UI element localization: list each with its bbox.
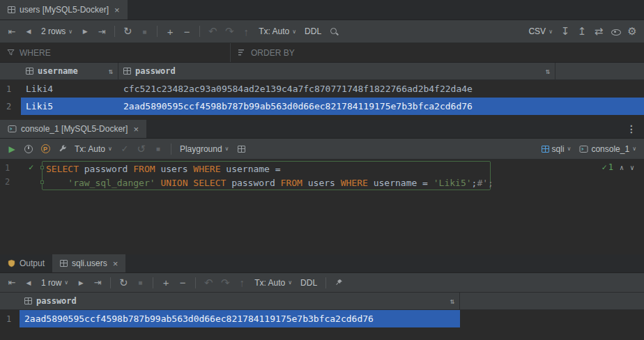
search-icon[interactable] xyxy=(326,24,342,39)
statement-handle[interactable] xyxy=(40,166,44,169)
executed-check-icon: ✓ xyxy=(29,162,33,172)
delete-row-icon[interactable]: − xyxy=(175,275,190,291)
divider xyxy=(114,26,115,37)
refresh-icon[interactable]: ↻ xyxy=(120,24,135,39)
page-size-dropdown[interactable]: 1 row ∨ xyxy=(38,275,72,291)
delete-row-icon[interactable]: − xyxy=(179,24,194,39)
row-cells-selected: Liki5 2aad5890595ccf4598b787b99ab563d0d6… xyxy=(21,98,644,115)
column-header-password[interactable]: password ⇅ xyxy=(118,63,555,79)
previous-result-icon[interactable]: ∧ xyxy=(620,164,624,171)
sort-icon[interactable]: ⇅ xyxy=(450,297,454,306)
tab-label: console_1 [MySQL5-Docker] xyxy=(21,124,128,134)
page-size-dropdown[interactable]: 2 rows ∨ xyxy=(38,24,76,39)
row-number: 1 xyxy=(0,314,20,324)
add-row-icon[interactable]: + xyxy=(158,275,174,291)
success-check-icon: ✓ xyxy=(601,162,606,172)
previous-page-icon[interactable]: ◀ xyxy=(21,275,36,291)
close-icon[interactable]: × xyxy=(113,258,118,269)
last-page-icon[interactable]: ⇥ xyxy=(94,24,109,39)
where-filter-input[interactable]: WHERE xyxy=(0,43,230,62)
tx-mode-dropdown[interactable]: Tx: Auto ∨ xyxy=(71,141,116,157)
previous-page-icon[interactable]: ◀ xyxy=(21,24,36,39)
tx-mode-dropdown[interactable]: Tx: Auto ∨ xyxy=(251,275,296,291)
next-result-icon[interactable]: ∨ xyxy=(630,164,634,171)
tab-users-table[interactable]: users [MySQL5-Docker] × xyxy=(0,0,128,20)
tab-label: users [MySQL5-Docker] xyxy=(20,5,109,15)
console-tab-bar: console_1 [MySQL5-Docker] × ⋮ xyxy=(0,120,644,139)
redo-icon: ↷ xyxy=(222,24,237,39)
refresh-icon[interactable]: ↻ xyxy=(116,275,131,291)
sql-token: username = xyxy=(368,178,434,188)
filter-bar: WHERE ORDER BY xyxy=(0,43,644,63)
next-page-icon[interactable]: ▶ xyxy=(77,24,93,39)
next-page-icon[interactable]: ▶ xyxy=(73,275,89,291)
column-header-password[interactable]: password ⇅ xyxy=(20,293,460,309)
cell-password[interactable]: cfc521c23482ac93a09584ad2e139c4a7fc87077… xyxy=(118,84,644,94)
close-icon[interactable]: × xyxy=(133,124,139,134)
schema-table-icon xyxy=(542,146,549,153)
tab-sqli-users-result[interactable]: sqli.users × xyxy=(52,254,125,272)
settings-gear-icon[interactable]: ⚙ xyxy=(624,24,640,39)
redo-icon: ↷ xyxy=(217,275,233,291)
last-page-icon[interactable]: ⇥ xyxy=(90,275,105,291)
rollback-icon: ↺ xyxy=(134,141,149,157)
session-dropdown[interactable]: console_1 ∨ xyxy=(576,141,640,157)
cell-password[interactable]: 2aad5890595ccf4598b787b99ab563d0d66ec821… xyxy=(20,314,460,324)
ddl-button[interactable]: DDL xyxy=(301,24,325,39)
column-header-username[interactable]: username ⇅ xyxy=(21,63,118,79)
cell-password[interactable]: 2aad5890595ccf4598b787b99ab563d0d66ec821… xyxy=(118,101,644,111)
add-row-icon[interactable]: + xyxy=(162,24,178,39)
revert-icon: ↶ xyxy=(201,275,216,291)
table-row[interactable]: 2 Liki5 2aad5890595ccf4598b787b99ab563d0… xyxy=(0,98,644,115)
view-as-table-icon[interactable] xyxy=(233,141,249,157)
table-row[interactable]: 1 Liki4 cfc521c23482ac93a09584ad2e139c4a… xyxy=(0,80,644,98)
line-number: 2 xyxy=(5,177,20,187)
cell-username[interactable]: Liki5 xyxy=(21,101,118,111)
tab-output[interactable]: Output xyxy=(0,254,52,272)
sort-icon[interactable]: ⇅ xyxy=(108,67,113,76)
first-page-icon[interactable]: ⇤ xyxy=(4,275,20,291)
ddl-button[interactable]: DDL xyxy=(297,275,321,291)
view-options-eye-icon[interactable] xyxy=(608,24,623,39)
sql-token: 'raw_sql_danger' xyxy=(68,178,155,188)
run-play-icon[interactable]: ▶ xyxy=(4,141,20,157)
tab-console-1[interactable]: console_1 [MySQL5-Docker] × xyxy=(0,120,146,138)
console-icon xyxy=(8,125,17,133)
clock-glyph xyxy=(24,144,33,154)
order-by-filter-input[interactable]: ORDER BY xyxy=(230,43,644,62)
pin-tab-icon[interactable] xyxy=(331,275,346,291)
playground-dropdown[interactable]: Playground ∨ xyxy=(176,141,233,157)
wrench-icon[interactable] xyxy=(54,141,70,157)
sql-token xyxy=(155,178,161,188)
history-clock-icon[interactable] xyxy=(21,141,36,157)
first-page-icon[interactable]: ⇤ xyxy=(4,24,20,39)
column-icon xyxy=(26,68,33,75)
sql-token: 'Liki5' xyxy=(434,178,472,188)
tx-mode-label: Tx: Auto xyxy=(254,278,285,288)
divider xyxy=(110,277,111,288)
statement-handle[interactable] xyxy=(40,180,44,184)
row-cells: Liki4 cfc521c23482ac93a09584ad2e139c4a7f… xyxy=(21,80,644,98)
submit-icon: ↑ xyxy=(238,24,254,39)
sql-line[interactable]: SELECT password FROM users WHERE usernam… xyxy=(46,162,281,176)
sql-editor[interactable]: 1 2 ✓ SELECT password FROM users WHERE u… xyxy=(0,160,644,254)
result-table-row[interactable]: 1 2aad5890595ccf4598b787b99ab563d0d66ec8… xyxy=(0,310,644,327)
import-upload-icon[interactable]: ↥ xyxy=(574,24,590,39)
chevron-down-icon: ∨ xyxy=(632,146,636,152)
export-format-dropdown[interactable]: CSV ∨ xyxy=(525,24,556,39)
playground-label: Playground xyxy=(180,144,222,154)
close-icon[interactable]: × xyxy=(114,5,120,15)
column-name: password xyxy=(36,296,77,306)
shield-icon xyxy=(8,259,15,268)
schema-dropdown[interactable]: sqli ∨ xyxy=(538,141,575,157)
table-icon xyxy=(60,260,68,267)
sort-icon[interactable]: ⇅ xyxy=(545,67,550,76)
sql-line[interactable]: 'raw_sql_danger' UNION SELECT password F… xyxy=(46,176,493,190)
export-download-icon[interactable]: ↧ xyxy=(558,24,573,39)
compare-icon[interactable]: ⇄ xyxy=(591,24,606,39)
tx-mode-dropdown[interactable]: Tx: Auto ∨ xyxy=(255,24,300,39)
chevron-down-icon: ∨ xyxy=(292,29,296,35)
cell-username[interactable]: Liki4 xyxy=(21,84,118,94)
parameters-badge-icon[interactable]: P xyxy=(38,141,53,157)
kebab-menu-icon[interactable]: ⋮ xyxy=(620,123,644,134)
